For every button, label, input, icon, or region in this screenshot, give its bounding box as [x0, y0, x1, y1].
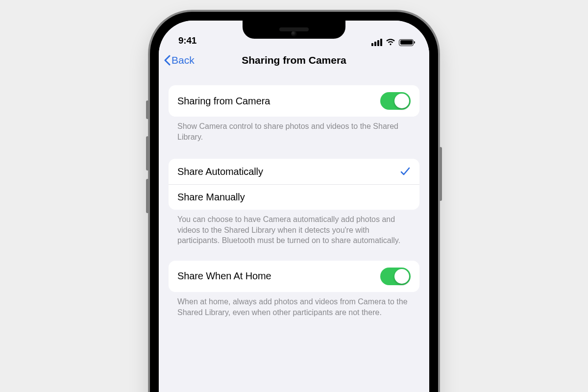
share-automatically-label: Share Automatically [177, 166, 263, 177]
sharing-from-camera-label: Sharing from Camera [177, 96, 270, 107]
checkmark-icon [400, 166, 411, 177]
sharing-from-camera-row[interactable]: Sharing from Camera [169, 85, 419, 117]
share-when-home-group: Share When At Home [169, 261, 419, 292]
share-mode-footer: You can choose to have Camera automatica… [169, 210, 419, 246]
sharing-from-camera-toggle[interactable] [380, 92, 411, 110]
front-camera-icon [291, 31, 297, 37]
status-time: 9:41 [178, 35, 196, 46]
share-automatically-row[interactable]: Share Automatically [169, 159, 419, 184]
wifi-icon [386, 39, 395, 46]
back-button[interactable]: Back [164, 54, 195, 66]
share-when-home-label: Share When At Home [177, 270, 271, 282]
share-manually-label: Share Manually [177, 192, 245, 203]
status-indicators [371, 39, 414, 46]
share-when-home-row[interactable]: Share When At Home [169, 261, 419, 292]
sharing-from-camera-group: Sharing from Camera [169, 85, 419, 117]
power-button [439, 147, 442, 201]
page-title: Sharing from Camera [242, 54, 346, 66]
share-when-home-footer: When at home, always add photos and vide… [169, 292, 419, 318]
cellular-signal-icon [371, 39, 382, 46]
toggle-knob [394, 269, 409, 284]
share-manually-row[interactable]: Share Manually [169, 184, 419, 210]
share-when-home-toggle[interactable] [380, 268, 411, 285]
share-mode-group: Share Automatically Share Manually [169, 159, 419, 210]
toggle-knob [394, 94, 409, 108]
volume-down-button [146, 179, 149, 213]
back-label: Back [172, 54, 195, 66]
screen: 9:41 [159, 21, 429, 392]
chevron-left-icon [164, 55, 171, 66]
phone-frame: 9:41 [148, 10, 440, 392]
mute-switch [146, 100, 149, 119]
notch [243, 20, 345, 39]
volume-up-button [146, 136, 149, 171]
phone-bezel: 9:41 [150, 12, 438, 392]
settings-content: Sharing from Camera Show Camera control … [159, 73, 429, 318]
nav-bar: Back Sharing from Camera [159, 48, 429, 73]
battery-icon [399, 39, 414, 46]
sharing-from-camera-footer: Show Camera control to share photos and … [169, 117, 419, 142]
